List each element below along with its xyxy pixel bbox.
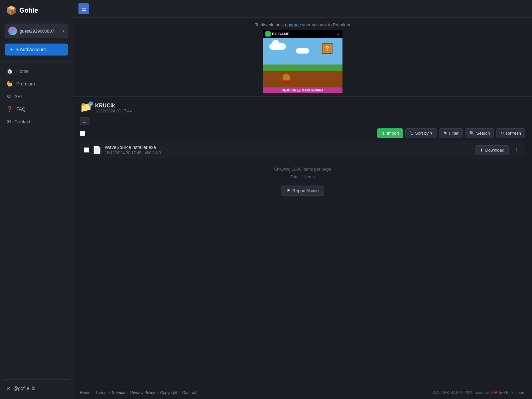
bc-logo: ⬡ [265,31,271,37]
bc-label: BC.GAME [272,32,289,36]
footer-link-tos[interactable]: Terms of Service [95,390,125,395]
cloud-1 [269,43,286,50]
file-more-button[interactable]: ⋮ [512,146,521,155]
search-label: Search [476,131,490,136]
ad-bottom-banner: REJOIGNEZ MAINTENANT [263,87,342,93]
filter-icon: ⚑ [443,131,447,136]
topbar: ☰ [73,0,532,18]
footer-link-contact[interactable]: Contact [182,390,196,395]
search-button[interactable]: 🔍 Search [465,128,494,138]
table-row: 📄 WaveSourceInstaller.exe 18/12/2024 20:… [80,141,525,159]
refresh-button[interactable]: ↻ Refresh [496,128,525,138]
file-name: WaveSourceInstaller.exe [105,145,472,150]
import-label: Import [387,131,399,136]
ad-close-button[interactable]: × [335,31,341,37]
folder-icon-wrap: 📁 1 [80,102,92,114]
content-area: To disable ads, upgrade your account to … [73,18,532,399]
premium-icon: 👑 [7,81,13,87]
folder-date: 18/12/2024 20:17:44 [95,109,132,113]
file-checkbox[interactable] [84,147,89,153]
hamburger-icon: ☰ [81,6,86,12]
account-selector[interactable]: guest2929600887 ▾ [5,24,68,38]
report-abuse-button[interactable]: ⚑ Report Abuse [281,186,325,196]
sidebar-item-label-faq: FAQ [16,106,26,112]
sidebar-footer: ✕ @gofile_io [0,376,73,399]
logo-icon: 📦 [6,5,17,16]
ad-area: To disable ads, upgrade your account to … [73,18,532,97]
home-icon: 🏠 [7,68,13,74]
file-date: 18/12/2024 20:17:45 [105,151,141,155]
app-logo: 📦 Gofile [0,0,73,21]
select-all-checkbox[interactable] [80,131,85,136]
footer-sep-3: | [157,390,158,395]
add-account-label: + Add Account [16,47,46,52]
goomba-sprite [283,74,290,81]
sort-by-button[interactable]: ⇅ Sort by ▾ [405,128,437,138]
download-label: Download [485,148,504,153]
chevron-down-icon: ▾ [63,29,65,33]
footer: Home | Terms of Service | Privacy Policy… [73,386,532,399]
sort-chevron-icon: ▾ [430,131,433,136]
plus-icon: ＋ [9,47,14,53]
folder-header: 📁 1 KRUCik 18/12/2024 20:17:44 [80,102,525,114]
sidebar-item-home[interactable]: 🏠 Home [3,65,70,77]
sidebar-item-label-premium: Premium [16,81,35,86]
import-icon: ⬆ [381,131,385,136]
pagination-line2: Total 1 items [78,173,527,181]
sidebar-item-label-api: API [14,94,22,99]
footer-links: Home | Terms of Service | Privacy Policy… [80,390,196,395]
sidebar-item-contact[interactable]: ✉ Contact [3,116,70,128]
download-button[interactable]: ⬇ Download [475,145,509,155]
filter-button[interactable]: ⚑ Filter [439,128,463,138]
folder-badge: 1 [88,101,93,106]
menu-button[interactable]: ☰ [78,3,89,14]
file-list: 📄 WaveSourceInstaller.exe 18/12/2024 20:… [73,141,532,161]
footer-right-suffix: by Gofile Team [499,390,525,395]
folder-name: KRUCik [95,103,132,109]
folder-info: KRUCik 18/12/2024 20:17:44 [95,103,132,113]
filter-label: Filter [449,131,459,136]
footer-right-text: WOJTEK SAS © 2024, made with [433,390,493,395]
file-meta: 18/12/2024 20:17:45 · 480.8 KB [105,151,472,155]
add-account-button[interactable]: ＋ + Add Account [5,44,68,56]
app-title: Gofile [19,7,38,14]
footer-link-home[interactable]: Home [80,390,90,395]
import-button[interactable]: ⬆ Import [377,128,403,138]
footer-sep-1: | [92,390,93,395]
ad-text: To disable ads, upgrade your account to … [255,22,350,27]
social-label: @gofile_io [13,386,35,391]
twitter-icon: ✕ [7,386,11,391]
upgrade-link[interactable]: upgrade [285,22,301,27]
contact-icon: ✉ [7,119,11,125]
report-button-container: ⚑ Report Abuse [281,186,325,196]
sidebar-item-faq[interactable]: ❓ FAQ [3,103,70,115]
pagination-info: Showing 1000 items per page Total 1 item… [73,161,532,186]
download-icon: ⬇ [480,148,483,153]
file-type-icon: 📄 [92,146,101,154]
pagination-line1: Showing 1000 items per page [78,165,527,173]
sidebar-item-premium[interactable]: 👑 Premium [3,78,70,90]
sidebar-item-api[interactable]: ⚙ API [3,90,70,102]
question-block: ? [322,43,332,54]
avatar [8,27,17,35]
refresh-icon: ↻ [500,131,504,136]
footer-link-privacy[interactable]: Privacy Policy [130,390,155,395]
sidebar-item-label-home: Home [16,68,29,74]
report-label: Report Abuse [293,188,319,193]
sidebar-divider-top [0,62,73,62]
files-toolbar: ⬆ Import ⇅ Sort by ▾ ⚑ Filter 🔍 Search ↻… [73,125,532,141]
footer-link-copyright[interactable]: Copyright [160,390,177,395]
footer-sep-4: | [179,390,180,395]
social-link-twitter[interactable]: ✕ @gofile_io [3,383,70,394]
footer-sep-2: | [127,390,128,395]
search-icon: 🔍 [469,131,474,136]
folder-more-button[interactable]: ... [80,117,89,125]
footer-right: WOJTEK SAS © 2024, made with ❤ by Gofile… [433,390,525,395]
sort-icon: ⇅ [410,131,413,136]
sidebar-divider-footer [3,379,70,380]
file-info: WaveSourceInstaller.exe 18/12/2024 20:17… [105,145,472,155]
main-content: ☰ To disable ads, upgrade your account t… [73,0,532,399]
faq-icon: ❓ [7,106,13,112]
ad-logo-bar: ⬡ BC.GAME [263,30,342,38]
sidebar-item-label-contact: Contact [14,119,30,124]
